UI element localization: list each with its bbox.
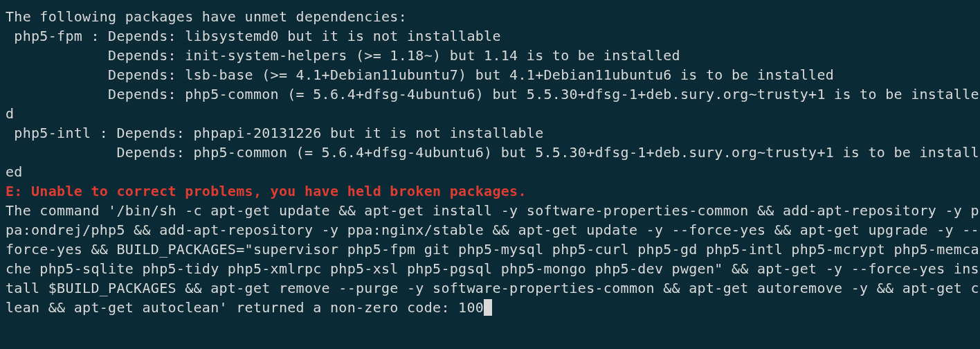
error-message: Unable to correct problems, you have hel…: [23, 183, 527, 199]
dependency-line: php5-fpm : Depends: libsystemd0 but it i…: [6, 28, 501, 44]
dependency-line: Depends: php5-common (= 5.6.4+dfsg-4ubun…: [6, 86, 979, 122]
error-prefix: E:: [6, 183, 23, 199]
dependency-line: Depends: lsb-base (>= 4.1+Debian11ubuntu…: [6, 66, 834, 83]
dependency-line: php5-intl : Depends: phpapi-20131226 but…: [6, 125, 544, 141]
command-output: The command '/bin/sh -c apt-get update &…: [6, 202, 979, 316]
dependency-line: Depends: init-system-helpers (>= 1.18~) …: [6, 47, 680, 64]
terminal-cursor: [484, 299, 492, 316]
dependency-header: The following packages have unmet depend…: [6, 8, 407, 25]
dependency-line: Depends: php5-common (= 5.6.4+dfsg-4ubun…: [6, 144, 979, 180]
terminal-output: The following packages have unmet depend…: [6, 7, 980, 317]
